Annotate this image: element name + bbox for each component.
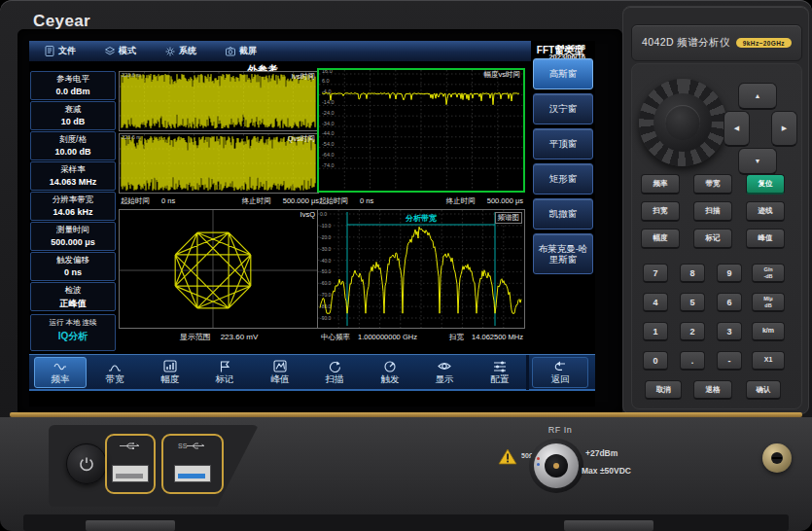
hw-key-peak[interactable]: 峰值: [746, 229, 785, 249]
fft-btn-kaiser[interactable]: 凯撒窗: [533, 198, 593, 230]
svg-text:SS: SS: [178, 442, 188, 449]
freq-axis-row: 中心频率1.000000000 GHz 扫宽14.062500 MHz: [321, 332, 523, 342]
param-scale-div[interactable]: 刻度/格 10.00 dB: [30, 131, 116, 160]
plot-i-vs-q[interactable]: IvsQ: [119, 209, 319, 329]
plot-i-vs-time[interactable]: 223.6 m Ivs时间: [119, 71, 319, 131]
param-attenuation[interactable]: 衰减 10 dB: [30, 101, 116, 130]
power-button[interactable]: [66, 443, 107, 484]
plot-spectrum[interactable]: 分析带宽 频谱图 0.0-10.0-20.0-30.0-40.0-50.0-60…: [317, 209, 525, 329]
right-arrow-icon: ▶: [782, 124, 787, 132]
menu-file[interactable]: 文件: [45, 45, 76, 57]
plot-amp-vs-time[interactable]: 幅度vs时间 16.06.0-4.0-14.0-24.0-34.0-44.0-5…: [317, 68, 525, 193]
svg-text:6.0: 6.0: [322, 78, 330, 84]
spectrum-analyzer-device: Ceyear 文件 模式 系统 截屏 14:26:58 2023/06: [0, 0, 812, 531]
key-1[interactable]: 1: [643, 322, 668, 341]
toolbar-display[interactable]: 显示: [418, 357, 471, 388]
menu-system[interactable]: 系统: [165, 45, 196, 57]
key-4[interactable]: 4: [643, 293, 668, 312]
key-9[interactable]: 9: [717, 264, 742, 283]
trigger-icon: [383, 360, 397, 372]
key-decimal[interactable]: .: [680, 351, 705, 371]
key-unit-kilo[interactable]: k/m: [752, 322, 785, 341]
key-8[interactable]: 8: [680, 264, 705, 283]
usb3-receptacle: [174, 465, 211, 482]
key-7[interactable]: 7: [643, 264, 668, 283]
amplitude-icon: [163, 360, 177, 372]
hw-key-sweep[interactable]: 扫描: [693, 201, 732, 222]
toolbar-peak[interactable]: 峰值: [254, 357, 306, 388]
svg-text:-34.0: -34.0: [322, 121, 335, 126]
toolbar-bandwidth[interactable]: 带宽: [88, 357, 141, 388]
key-minus[interactable]: -: [717, 351, 742, 371]
key-5[interactable]: 5: [680, 293, 705, 312]
hw-key-marker[interactable]: 标记: [693, 229, 732, 249]
arrow-up-key[interactable]: ▲: [738, 83, 777, 110]
toolbar-sweep[interactable]: 扫描: [308, 357, 361, 388]
key-3[interactable]: 3: [717, 322, 742, 341]
fft-btn-blackman-harris[interactable]: 布莱克曼-哈里斯窗: [533, 233, 593, 274]
mode-icon: [105, 47, 115, 56]
analysis-band-label: 分析带宽: [318, 213, 524, 224]
key-enter[interactable]: 确认: [746, 380, 781, 400]
i-trace: [120, 72, 318, 130]
svg-text:-40.0: -40.0: [320, 258, 332, 264]
fft-btn-gaussian[interactable]: 高斯窗: [533, 58, 593, 89]
toolbar-config[interactable]: 配置: [474, 357, 526, 388]
arrow-left-key[interactable]: ◀: [724, 111, 750, 147]
spectrum-trace: 0.0-10.0-20.0-30.0-40.0-50.0-60.0-70.0-8…: [318, 210, 524, 328]
param-ref-level[interactable]: 参考电平 0.0 dBm: [30, 71, 116, 100]
toolbar-back-button[interactable]: 返回: [532, 357, 588, 388]
usb3-port-block[interactable]: SS: [161, 434, 224, 494]
menu-screenshot[interactable]: 截屏: [226, 45, 257, 57]
key-0[interactable]: 0: [643, 351, 668, 371]
warning-icon: [498, 448, 517, 465]
fft-menu-title: FFT窗类型: [525, 44, 595, 57]
svg-text:-14.0: -14.0: [322, 99, 335, 105]
arrow-right-key[interactable]: ▶: [771, 111, 797, 147]
hw-key-frequency[interactable]: 频率: [641, 174, 680, 195]
fft-btn-rectangular[interactable]: 矩形窗: [533, 163, 593, 195]
key-cancel[interactable]: 取消: [645, 380, 682, 400]
arrow-down-key[interactable]: ▼: [738, 148, 777, 175]
menu-mode[interactable]: 模式: [105, 45, 136, 57]
toolbar-frequency[interactable]: 频率: [34, 357, 87, 388]
svg-text:-30.0: -30.0: [320, 246, 332, 252]
key-backspace[interactable]: 退格: [693, 380, 732, 400]
key-unit-mega[interactable]: M/μ dB: [752, 293, 785, 312]
fft-btn-hanning[interactable]: 汉宁窗: [533, 93, 593, 124]
left-arrow-icon: ◀: [734, 124, 739, 132]
hw-key-amplitude[interactable]: 幅度: [641, 229, 680, 249]
svg-text:-74.0: -74.0: [322, 162, 335, 168]
usb2-port-block[interactable]: [105, 434, 156, 494]
down-arrow-icon: ▼: [755, 158, 761, 164]
param-detector[interactable]: 检波 正峰值: [30, 282, 116, 311]
key-x1[interactable]: X1: [752, 351, 785, 371]
hw-key-bandwidth[interactable]: 带宽: [693, 174, 732, 195]
key-2[interactable]: 2: [680, 322, 705, 341]
param-rbw[interactable]: 分辨率带宽 14.06 kHz: [30, 192, 116, 221]
hw-key-reset[interactable]: 复位: [746, 174, 785, 195]
spectrum-plot-title: 频谱图: [495, 212, 523, 224]
back-icon: [553, 360, 567, 372]
toolbar-amplitude[interactable]: 幅度: [144, 357, 196, 388]
run-status-box[interactable]: 运行 本地 连续 IQ分析: [30, 314, 116, 351]
param-meas-time[interactable]: 测量时间 500.000 μs: [30, 222, 116, 251]
hw-key-trace[interactable]: 迹线: [746, 201, 785, 222]
key-6[interactable]: 6: [717, 293, 742, 312]
max-dc-label: Max ±50VDC: [582, 466, 631, 476]
key-unit-giga[interactable]: G/n -dB: [752, 264, 785, 283]
rf-connector-pin: [553, 463, 559, 469]
svg-text:-54.0: -54.0: [322, 141, 335, 147]
param-sample-rate[interactable]: 采样率 14.063 MHz: [30, 161, 116, 191]
svg-text:-60.0: -60.0: [320, 280, 332, 286]
toolbar-trigger[interactable]: 触发: [364, 357, 416, 388]
power-icon: [79, 456, 94, 472]
svg-text:-44.0: -44.0: [322, 130, 335, 136]
ground-terminal-slot: [772, 457, 782, 459]
param-trigger-offset[interactable]: 触发偏移 0 ns: [30, 252, 116, 281]
plot-q-vs-time[interactable]: 223.6 m Qvs时间: [119, 133, 319, 194]
hw-key-span[interactable]: 扫宽: [641, 201, 680, 222]
sweep-icon: [328, 360, 341, 372]
toolbar-marker[interactable]: 标记: [198, 357, 251, 388]
fft-btn-flattop[interactable]: 平顶窗: [533, 128, 593, 159]
